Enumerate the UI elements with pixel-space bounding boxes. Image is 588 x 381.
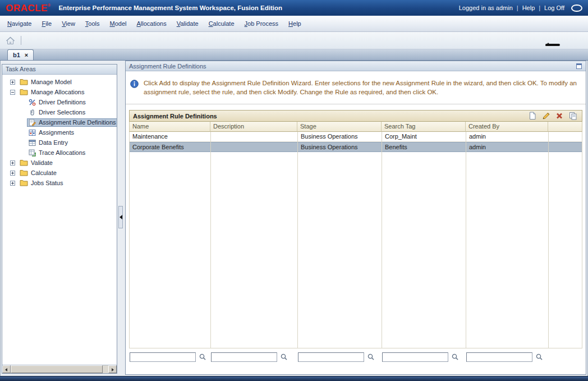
tree-item-jobs-status[interactable]: Jobs Status	[2, 178, 117, 188]
pencil-icon	[542, 112, 550, 120]
main-area: Task Areas Manage Model Manage Allocatio…	[0, 61, 588, 376]
cell-empty	[549, 143, 582, 152]
cell-description	[211, 143, 298, 152]
search-icon	[367, 353, 375, 361]
cell-created-by: admin	[466, 132, 549, 141]
table-body: Maintenance Business Operations Corp_Mai…	[129, 132, 582, 348]
tree-item-calculate[interactable]: Calculate	[2, 168, 117, 178]
tree-label: Data Entry	[39, 139, 68, 146]
toolbar-collapse-button[interactable]	[545, 36, 560, 44]
tree-label: Manage Model	[31, 79, 72, 85]
duplicate-button[interactable]	[569, 112, 577, 120]
menu-navigate[interactable]: Navigate	[2, 18, 36, 29]
filter-input-name[interactable]	[130, 352, 196, 362]
tree-item-manage-allocations[interactable]: Manage Allocations	[2, 87, 117, 97]
column-divider	[466, 132, 466, 348]
logoff-link[interactable]: Log Off	[544, 4, 564, 11]
help-link[interactable]: Help	[522, 4, 535, 11]
menu-allocations[interactable]: Allocations	[132, 18, 172, 29]
table-toolbar	[529, 112, 578, 120]
scroll-left-button[interactable]	[2, 365, 11, 373]
add-button[interactable]	[529, 112, 536, 120]
table-row-corporate-benefits[interactable]: Corporate Benefits Business Operations B…	[130, 142, 582, 152]
tree-item-assignment-rule-definitions[interactable]: Assignment Rule Definitions	[2, 117, 117, 127]
tab-close-icon[interactable]: ×	[25, 52, 28, 58]
trace-allocations-icon	[29, 149, 36, 157]
cell-name: Corporate Benefits	[130, 143, 211, 152]
menu-help[interactable]: Help	[283, 18, 306, 29]
delete-button[interactable]	[555, 112, 563, 120]
menu-file[interactable]: File	[36, 18, 57, 29]
cell-search-tag: Corp_Maint	[382, 132, 466, 141]
search-icon	[535, 353, 543, 361]
tree-item-manage-model[interactable]: Manage Model	[2, 77, 117, 87]
content-title: Assignment Rule Definitions	[129, 63, 206, 70]
menu-job-process[interactable]: Job Process	[240, 18, 284, 29]
header-right: Logged in as admin | Help | Log Off	[459, 4, 582, 12]
filter-input-created-by[interactable]	[466, 352, 532, 362]
tree-item-data-entry[interactable]: Data Entry	[2, 137, 117, 148]
column-header-created-by[interactable]: Created By	[466, 122, 548, 132]
tree-item-validate[interactable]: Validate	[2, 158, 117, 168]
task-panel-hscrollbar	[2, 365, 117, 373]
scrollbar-thumb[interactable]	[11, 365, 103, 373]
filter-row	[129, 348, 582, 365]
folder-icon	[20, 79, 28, 85]
task-areas-title: Task Areas	[2, 65, 117, 75]
search-button[interactable]	[199, 353, 206, 361]
column-header-description[interactable]: Description	[210, 122, 297, 132]
column-divider	[382, 132, 382, 348]
expand-icon[interactable]	[10, 181, 15, 186]
column-header-stage[interactable]: Stage	[297, 122, 382, 132]
scroll-right-button[interactable]	[108, 365, 117, 373]
search-icon	[451, 353, 459, 361]
search-button[interactable]	[280, 353, 288, 361]
modify-button[interactable]	[542, 112, 550, 120]
folder-icon	[20, 89, 28, 95]
app-title: Enterprise Performance Management System…	[58, 4, 282, 11]
expand-icon[interactable]	[10, 171, 15, 176]
copy-pages-icon	[569, 112, 577, 120]
home-button[interactable]	[6, 36, 15, 45]
filter-cell	[210, 352, 297, 362]
header-separator: |	[539, 4, 540, 11]
tree-label: Validate	[31, 159, 53, 166]
filter-cell	[466, 352, 548, 362]
menu-model[interactable]: Model	[105, 18, 132, 29]
collapse-arrow-icon	[545, 36, 551, 46]
panel-splitter[interactable]	[117, 61, 125, 376]
expand-icon[interactable]	[10, 160, 15, 166]
menu-calculate[interactable]: Calculate	[204, 18, 240, 29]
tree-label: Jobs Status	[31, 180, 63, 186]
collapse-icon[interactable]	[10, 90, 15, 95]
search-icon	[280, 353, 288, 361]
column-header-search-tag[interactable]: Search Tag	[382, 122, 466, 132]
filter-input-description[interactable]	[211, 352, 277, 362]
restore-window-button[interactable]	[576, 63, 582, 70]
splitter-collapse-handle[interactable]	[118, 206, 123, 228]
toolbar-separator	[21, 36, 21, 45]
cell-name: Maintenance	[130, 132, 211, 141]
content-header: Assignment Rule Definitions	[126, 61, 586, 71]
menu-view[interactable]: View	[57, 18, 80, 29]
menu-validate[interactable]: Validate	[172, 18, 204, 29]
search-button[interactable]	[451, 353, 459, 361]
filter-input-search-tag[interactable]	[382, 352, 448, 362]
tree-item-driver-definitions[interactable]: Driver Definitions	[2, 97, 117, 107]
filter-cell	[297, 352, 382, 362]
tab-b1[interactable]: b1 ×	[7, 49, 34, 60]
tree-item-driver-selections[interactable]: Driver Selections	[2, 107, 117, 117]
tree-item-assignments[interactable]: Assignments	[2, 127, 117, 137]
search-button[interactable]	[367, 353, 375, 361]
tree-item-trace-allocations[interactable]: Trace Allocations	[2, 148, 117, 158]
filter-input-stage[interactable]	[298, 352, 364, 362]
search-button[interactable]	[535, 353, 543, 361]
app-header: ORACLE® Enterprise Performance Managemen…	[0, 0, 588, 16]
column-divider	[548, 132, 549, 348]
column-header-name[interactable]: Name	[129, 122, 210, 132]
tree-label: Assignment Rule Definitions	[39, 119, 116, 126]
cell-created-by: admin	[466, 143, 549, 152]
expand-icon[interactable]	[10, 80, 15, 85]
menu-tools[interactable]: Tools	[80, 18, 105, 29]
table-row-maintenance[interactable]: Maintenance Business Operations Corp_Mai…	[130, 132, 582, 142]
